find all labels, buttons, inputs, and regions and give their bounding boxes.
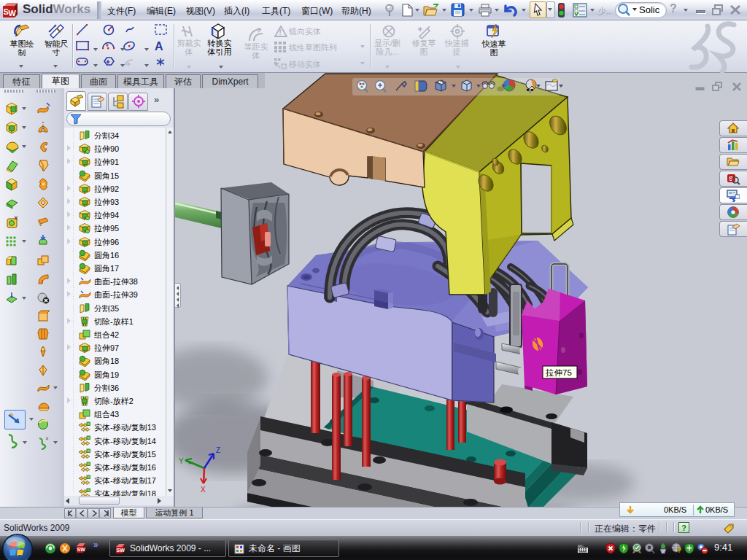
svg-text:!: !: [279, 28, 282, 36]
svg-text:SW: SW: [117, 548, 125, 553]
svg-text:拉伸75: 拉伸75: [545, 368, 572, 377]
svg-text:W: W: [9, 9, 17, 18]
svg-text:A: A: [155, 40, 163, 52]
svg-text:SW: SW: [77, 547, 86, 552]
svg-text:X: X: [201, 486, 206, 494]
svg-text:Z: Z: [216, 446, 220, 454]
svg-text:ABC: ABC: [578, 544, 584, 548]
svg-text:Y: Y: [179, 457, 184, 465]
